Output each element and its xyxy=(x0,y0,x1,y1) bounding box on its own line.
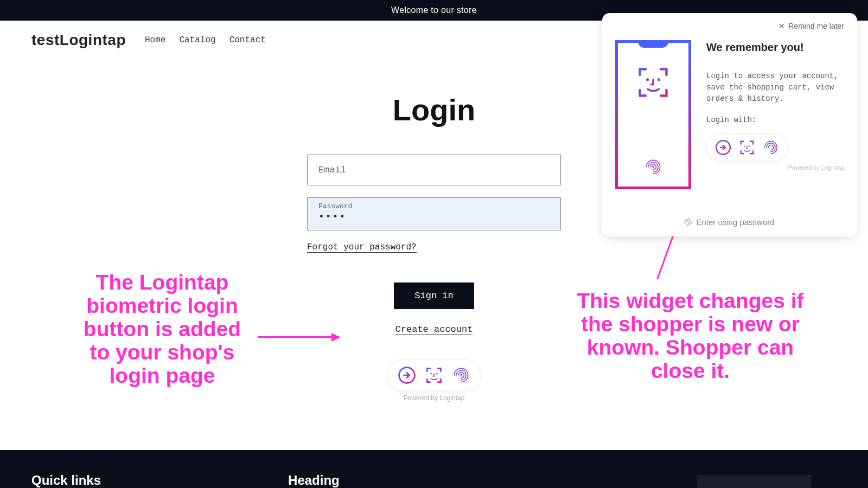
footer-input-placeholder[interactable] xyxy=(697,475,811,488)
widget-powered-label: Powered by Logintap xyxy=(706,164,844,171)
nav-catalog[interactable]: Catalog xyxy=(179,35,215,45)
signin-button[interactable]: Sign in xyxy=(394,282,474,309)
svg-point-4 xyxy=(658,78,660,81)
site-logo[interactable]: testLogintap xyxy=(31,31,126,49)
fingerprint-icon xyxy=(451,365,471,385)
fingerprint-small-icon xyxy=(643,157,663,177)
login-with-label: Login with: xyxy=(706,115,844,124)
email-field[interactable]: Email xyxy=(307,155,561,185)
forgot-password-link[interactable]: Forgot your password? xyxy=(307,242,417,253)
faceid-large-icon xyxy=(634,63,672,101)
close-icon: ✕ xyxy=(778,22,785,30)
powered-by-label: Powered by Logintap xyxy=(387,394,481,402)
annotation-left: The Logintap biometric login button is a… xyxy=(80,271,244,387)
remind-later-label: Remind me later xyxy=(788,22,844,30)
site-footer: Quick links Heading xyxy=(0,450,868,488)
password-value: •••• xyxy=(318,211,346,222)
svg-point-2 xyxy=(436,373,438,375)
arrow-circle-icon xyxy=(714,139,732,156)
key-icon: ⚿ xyxy=(683,217,693,228)
nav-contact[interactable]: Contact xyxy=(229,35,266,45)
main-nav: Home Catalog Contact xyxy=(145,35,266,45)
enter-password-label: Enter using password xyxy=(696,217,774,227)
svg-point-1 xyxy=(430,373,432,375)
phone-notch xyxy=(639,40,668,48)
widget-title: We remember you! xyxy=(706,40,844,54)
widget-close-button[interactable]: ✕ Remind me later xyxy=(615,22,844,30)
password-field[interactable]: Password •••• xyxy=(307,197,561,230)
annotation-arrow-left xyxy=(258,336,339,338)
create-account-link[interactable]: Create account xyxy=(395,324,473,335)
svg-point-6 xyxy=(744,145,745,146)
biometric-login-button[interactable] xyxy=(387,359,481,391)
logintap-widget: ✕ Remind me later We remember you! Login… xyxy=(602,13,857,236)
footer-heading-title: Heading xyxy=(288,473,340,488)
email-placeholder: Email xyxy=(318,165,346,175)
annotation-right: This widget changes if the shopper is ne… xyxy=(564,290,816,383)
footer-quicklinks-title: Quick links xyxy=(31,473,101,488)
faceid-icon xyxy=(424,365,444,385)
page-title: Login xyxy=(393,92,475,127)
banner-text: Welcome to our store xyxy=(391,5,477,15)
nav-home[interactable]: Home xyxy=(145,35,165,45)
faceid-icon xyxy=(738,139,756,156)
svg-point-7 xyxy=(749,145,750,146)
widget-description: Login to access your account, save the s… xyxy=(706,70,844,105)
password-label: Password xyxy=(318,202,550,210)
fingerprint-icon xyxy=(762,139,780,156)
enter-password-link[interactable]: ⚿ Enter using password xyxy=(615,217,844,227)
svg-point-3 xyxy=(646,78,649,81)
login-form: Email Password •••• Forgot your password… xyxy=(307,155,561,402)
arrow-circle-icon xyxy=(397,365,417,385)
phone-illustration xyxy=(615,40,691,189)
widget-biometric-button[interactable] xyxy=(706,134,788,161)
